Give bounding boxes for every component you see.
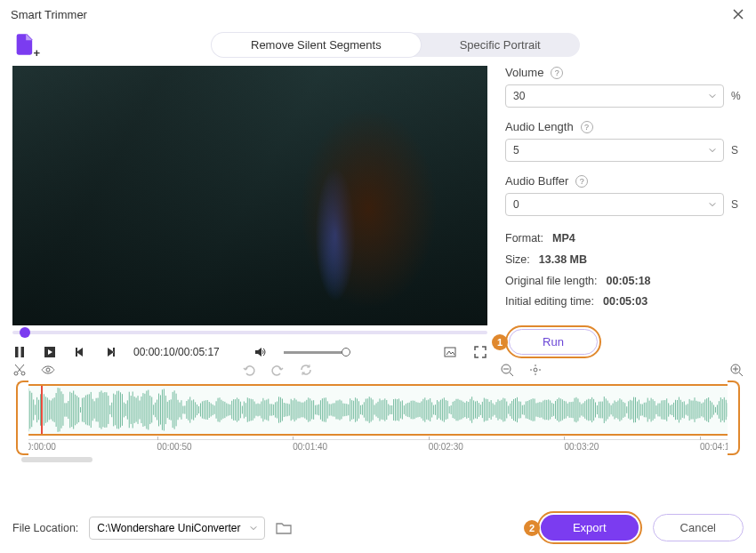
add-file-icon[interactable]: +	[12, 32, 37, 57]
volume-unit: %	[731, 90, 744, 102]
file-location-select[interactable]: C:\Wondershare UniConverter	[89, 517, 264, 540]
svg-rect-1	[21, 347, 25, 357]
timecode: 00:00:10/00:05:17	[133, 346, 220, 358]
playhead[interactable]	[41, 384, 43, 436]
cancel-button[interactable]: Cancel	[653, 514, 744, 541]
audio-length-label: Audio Length	[505, 120, 574, 133]
zoom-fit-icon[interactable]	[528, 363, 543, 377]
fullscreen-icon[interactable]	[473, 345, 487, 359]
file-location-label: File Location:	[12, 522, 78, 534]
callout-badge: 2	[524, 520, 540, 536]
svg-point-5	[21, 372, 25, 375]
callout-badge: 1	[492, 334, 508, 350]
next-icon[interactable]	[103, 345, 117, 359]
audio-buffer-select[interactable]: 0	[505, 193, 724, 216]
eye-icon[interactable]	[41, 363, 55, 377]
redo-icon[interactable]	[270, 363, 285, 377]
svg-point-6	[46, 368, 50, 372]
run-button[interactable]: Run	[509, 329, 598, 355]
svg-rect-0	[15, 347, 19, 357]
seek-bar[interactable]	[12, 331, 487, 334]
audio-buffer-label: Audio Buffer	[505, 174, 568, 188]
audio-buffer-unit: S	[731, 198, 744, 211]
help-icon[interactable]: ?	[581, 121, 593, 133]
timeline-scrollbar[interactable]	[21, 457, 735, 462]
help-icon[interactable]: ?	[575, 175, 588, 188]
stop-icon[interactable]	[43, 345, 57, 359]
volume-label: Volume	[505, 66, 543, 79]
volume-slider[interactable]	[284, 351, 346, 354]
refresh-icon[interactable]	[299, 363, 313, 377]
trim-handle-right[interactable]	[728, 381, 740, 455]
audio-length-select[interactable]: 5	[505, 139, 724, 162]
zoom-in-icon[interactable]	[729, 363, 744, 377]
volume-icon[interactable]	[253, 345, 268, 359]
tab-remove-silent[interactable]: Remove Silent Segments	[212, 33, 421, 57]
audio-length-unit: S	[731, 144, 744, 156]
close-icon[interactable]	[731, 7, 745, 21]
svg-point-8	[534, 368, 537, 372]
undo-icon[interactable]	[242, 363, 256, 377]
timeline-ticks: 00:00:0000:00:5000:01:4000:02:3000:03:20…	[21, 439, 735, 452]
svg-point-4	[14, 372, 18, 375]
waveform[interactable]	[21, 384, 735, 436]
folder-icon[interactable]	[276, 521, 292, 535]
cut-icon[interactable]	[12, 363, 27, 377]
help-icon[interactable]: ?	[551, 67, 563, 79]
info-block: Format:MP4 Size:13.38 MB Original file l…	[505, 228, 744, 313]
tab-specific-portrait[interactable]: Specific Portrait	[421, 33, 580, 57]
trim-handle-left[interactable]	[16, 381, 28, 455]
window-title: Smart Trimmer	[11, 8, 87, 21]
pause-icon[interactable]	[12, 345, 27, 359]
volume-select[interactable]: 30	[505, 84, 724, 108]
prev-icon[interactable]	[73, 345, 87, 359]
zoom-out-icon[interactable]	[500, 363, 514, 377]
snapshot-icon[interactable]	[443, 345, 457, 359]
export-button[interactable]: Export	[541, 515, 639, 541]
mode-switch: Remove Silent Segments Specific Portrait	[212, 33, 580, 57]
video-preview[interactable]	[12, 66, 487, 325]
